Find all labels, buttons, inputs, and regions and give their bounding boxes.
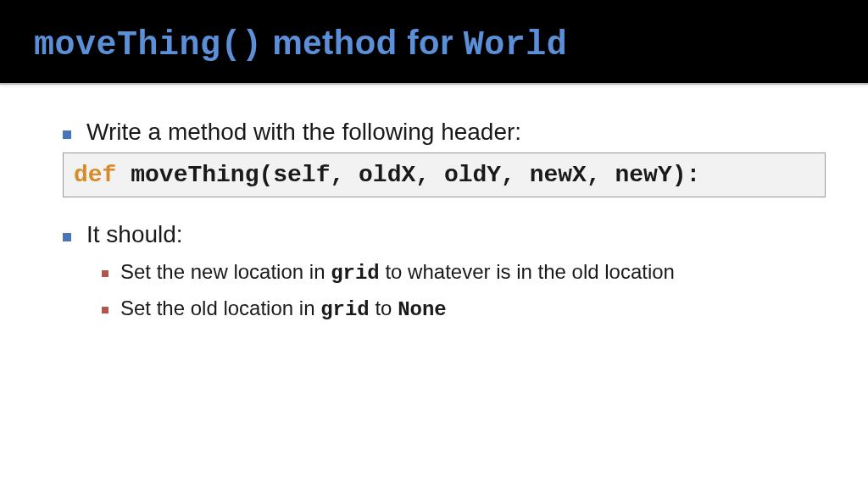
slide-body: Write a method with the following header…: [0, 85, 868, 321]
code-keyword: def: [74, 162, 116, 188]
bullet-2: It should: Set the new location in grid …: [68, 221, 826, 321]
sub-bullet-1: Set the new location in grid to whatever…: [103, 260, 826, 285]
title-code-2: World: [464, 26, 568, 64]
sub1-code: grid: [331, 262, 380, 285]
sub-list: Set the new location in grid to whatever…: [86, 260, 826, 321]
bullet-1: Write a method with the following header…: [68, 119, 826, 197]
title-text: method for: [263, 24, 464, 61]
sub2-code2: None: [398, 298, 447, 321]
title-code-1: moveThing(): [34, 26, 263, 64]
sub1-c: to whatever is in the old location: [380, 260, 675, 283]
code-block: def moveThing(self, oldX, oldY, newX, ne…: [63, 152, 826, 197]
sub2-c: to: [370, 297, 398, 319]
sub2-code1: grid: [320, 298, 370, 321]
sub-bullet-2: Set the old location in grid to None: [103, 297, 826, 321]
bullet-1-text: Write a method with the following header…: [86, 119, 521, 145]
sub2-a: Set the old location in: [120, 297, 320, 319]
code-rest: moveThing(self, oldX, oldY, newX, newY):: [116, 162, 700, 188]
slide-title: moveThing() method for World: [34, 24, 834, 64]
bullet-list: Write a method with the following header…: [42, 119, 826, 321]
slide-header: moveThing() method for World: [0, 0, 868, 85]
bullet-2-text: It should:: [86, 221, 183, 247]
sub1-a: Set the new location in: [120, 260, 331, 283]
